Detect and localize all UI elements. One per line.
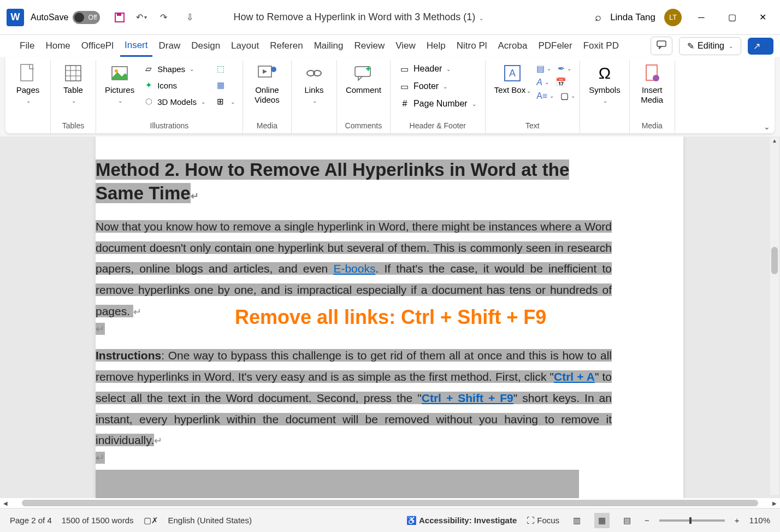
- svg-rect-3: [21, 64, 33, 81]
- vertical-scrollbar[interactable]: ▲: [770, 138, 779, 495]
- screenshot-icon: ⊞: [215, 96, 226, 107]
- pictures-button[interactable]: Pictures⌄: [101, 61, 139, 107]
- zoom-level[interactable]: 110%: [749, 516, 770, 525]
- comment-button[interactable]: Comment: [341, 61, 386, 97]
- object-icon: ▢: [560, 91, 569, 101]
- wordart-button[interactable]: A⌄: [536, 77, 549, 87]
- text-box-button[interactable]: A Text Box⌄: [490, 61, 536, 97]
- web-layout-button[interactable]: ▤: [619, 513, 635, 528]
- pages-button[interactable]: Pages⌄: [10, 61, 46, 107]
- horizontal-scrollbar[interactable]: ◀ ▶: [0, 498, 780, 508]
- date-time-button[interactable]: 📅: [556, 77, 566, 87]
- tab-design[interactable]: Design: [187, 36, 224, 56]
- scroll-thumb[interactable]: [771, 247, 778, 274]
- textbox-icon: A: [503, 63, 522, 83]
- scroll-right-arrow[interactable]: ▶: [769, 500, 780, 506]
- icons-button[interactable]: ✦Icons: [140, 78, 209, 93]
- ribbon: Pages⌄ Table⌄ Tables Pictures⌄ ▱Shapes ⌄…: [5, 57, 775, 133]
- share-button[interactable]: ↗ ⌄: [748, 38, 773, 55]
- user-name[interactable]: Linda Tang: [610, 12, 655, 23]
- pages-icon: [18, 63, 38, 83]
- table-button[interactable]: Table⌄: [55, 61, 91, 107]
- tab-acrobat[interactable]: Acroba: [494, 36, 532, 56]
- paragraph-intro: Now that you know how to remove a single…: [96, 216, 612, 322]
- footer-icon: ▭: [399, 81, 410, 92]
- zoom-knob[interactable]: [689, 517, 692, 524]
- screenshot-button[interactable]: ⊞⌄: [212, 94, 238, 109]
- redo-icon[interactable]: ↷: [157, 11, 170, 24]
- online-videos-button[interactable]: Online Videos: [247, 61, 287, 107]
- scroll-up-arrow[interactable]: ▲: [770, 138, 779, 144]
- tab-foxit[interactable]: Foxit PD: [579, 36, 623, 56]
- qat-more-icon[interactable]: ⇩: [183, 11, 196, 24]
- search-icon[interactable]: ⌕: [595, 11, 601, 23]
- close-button[interactable]: ✕: [752, 7, 773, 28]
- editing-mode-button[interactable]: ✎ Editing ⌄: [679, 37, 741, 55]
- autosave-control[interactable]: AutoSave Off: [31, 11, 100, 24]
- language-indicator[interactable]: English (United States): [168, 516, 252, 525]
- insert-media-button[interactable]: Insert Media: [634, 61, 670, 107]
- heading-method-2: Method 2. How to Remove All Hyperlinks i…: [96, 137, 612, 216]
- print-layout-button[interactable]: ▦: [594, 513, 610, 528]
- link-ctrl-shift-f9[interactable]: Ctrl + Shift + F9: [422, 392, 513, 404]
- save-icon[interactable]: [113, 11, 126, 24]
- tab-view[interactable]: View: [391, 36, 420, 56]
- document-area[interactable]: Method 2. How to Remove All Hyperlinks i…: [0, 137, 780, 499]
- focus-button[interactable]: ⛶ Focus: [527, 516, 559, 525]
- link-ctrl-a[interactable]: Ctrl + A: [554, 370, 595, 383]
- object-button[interactable]: ▢⌄: [560, 91, 575, 101]
- spellcheck-icon[interactable]: ▢✗: [144, 516, 158, 525]
- header-button[interactable]: ▭Header ⌄: [395, 61, 481, 76]
- drop-cap-button[interactable]: A≡⌄: [536, 91, 554, 101]
- document-title[interactable]: How to Remove a Hyperlink in Word with 3…: [200, 11, 595, 23]
- tab-nitro[interactable]: Nitro Pl: [452, 36, 492, 56]
- smartart-icon: ⬚: [215, 63, 226, 74]
- tab-review[interactable]: Review: [350, 36, 389, 56]
- smartart-button[interactable]: ⬚: [212, 61, 238, 76]
- chart-button[interactable]: ▦: [212, 78, 238, 93]
- video-icon: [257, 63, 277, 83]
- tab-mailings[interactable]: Mailing: [310, 36, 348, 56]
- collapse-ribbon-button[interactable]: ⌄: [764, 122, 770, 131]
- tab-layout[interactable]: Layout: [227, 36, 263, 56]
- maximize-button[interactable]: ▢: [721, 7, 743, 28]
- tab-home[interactable]: Home: [41, 36, 74, 56]
- zoom-in-button[interactable]: +: [735, 516, 740, 525]
- undo-icon[interactable]: ↶▾: [135, 11, 148, 24]
- tab-references[interactable]: Referen: [265, 36, 307, 56]
- chart-icon: ▦: [215, 80, 226, 91]
- wordart-icon: A: [536, 78, 542, 87]
- scroll-track[interactable]: [22, 500, 758, 506]
- zoom-slider[interactable]: [659, 519, 725, 522]
- page-indicator[interactable]: Page 2 of 4: [10, 516, 52, 525]
- read-mode-button[interactable]: ▥: [569, 513, 584, 528]
- table-icon: [63, 63, 83, 83]
- quick-parts-button[interactable]: ▤⌄: [536, 63, 551, 74]
- tab-draw[interactable]: Draw: [155, 36, 185, 56]
- tab-help[interactable]: Help: [422, 36, 450, 56]
- word-count[interactable]: 1500 of 1500 words: [62, 516, 134, 525]
- shapes-button[interactable]: ▱Shapes ⌄: [140, 61, 209, 76]
- signature-button[interactable]: ✒⌄: [558, 63, 571, 74]
- zoom-out-button[interactable]: −: [645, 516, 649, 525]
- user-avatar[interactable]: LT: [664, 9, 682, 26]
- tab-file[interactable]: File: [15, 36, 39, 56]
- media-icon: [642, 63, 662, 83]
- accessibility-status[interactable]: ♿ Accessibility: Investigate: [406, 516, 517, 525]
- page-number-icon: #: [399, 98, 410, 109]
- scroll-left-arrow[interactable]: ◀: [0, 500, 11, 506]
- group-insert-media: Insert Media Media: [630, 60, 675, 133]
- autosave-toggle[interactable]: Off: [73, 11, 100, 24]
- minimize-button[interactable]: ─: [690, 7, 712, 28]
- tab-insert[interactable]: Insert: [120, 36, 152, 57]
- comments-button[interactable]: [651, 37, 672, 55]
- omega-icon: Ω: [595, 63, 614, 83]
- link-ebooks[interactable]: E-books: [333, 262, 375, 275]
- symbols-button[interactable]: Ω Symbols⌄: [584, 61, 625, 107]
- tab-officeplus[interactable]: OfficePl: [77, 36, 118, 56]
- links-button[interactable]: Links⌄: [296, 61, 332, 107]
- tab-pdfelement[interactable]: PDFeler: [534, 36, 576, 56]
- page-number-button[interactable]: #Page Number ⌄: [395, 96, 481, 111]
- footer-button[interactable]: ▭Footer ⌄: [395, 79, 481, 94]
- 3d-models-button[interactable]: ⬡3D Models ⌄: [140, 94, 209, 109]
